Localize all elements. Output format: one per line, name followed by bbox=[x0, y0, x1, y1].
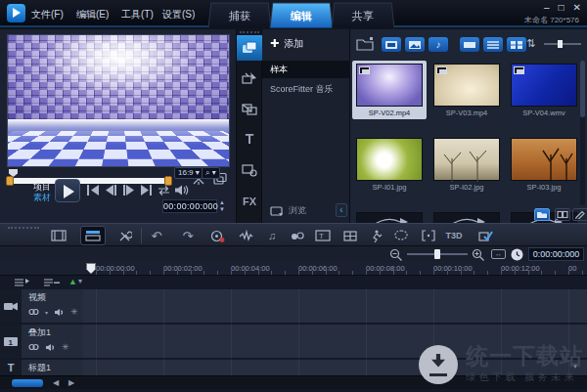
duration-clock-icon[interactable] bbox=[511, 248, 523, 261]
zoom-in-icon[interactable] bbox=[472, 248, 485, 261]
project-title: 未命名 720*576 bbox=[524, 15, 579, 25]
speed-icon[interactable] bbox=[290, 229, 305, 242]
close-button[interactable]: ✕ bbox=[573, 2, 581, 13]
grid-lines-icon[interactable] bbox=[342, 229, 358, 242]
record-capture-icon[interactable] bbox=[209, 229, 225, 242]
timeline-ruler[interactable]: 00:00:00:00 00:00:02:00 00:00:04:00 00:0… bbox=[0, 262, 587, 276]
view-thumbnail-button[interactable] bbox=[507, 37, 526, 52]
ripple-edit-icon[interactable]: ✳ bbox=[70, 307, 78, 317]
thumbnail-size-slider[interactable] bbox=[544, 43, 581, 45]
ripple-dropdown-icon[interactable]: ▾ bbox=[78, 277, 82, 285]
menu-file[interactable]: 文件(F) bbox=[31, 8, 64, 22]
filter-audio-button[interactable]: ♪ bbox=[429, 37, 448, 52]
scroll-right-icon[interactable]: ▶ bbox=[68, 378, 74, 387]
browse-button[interactable]: 浏览 bbox=[270, 204, 306, 217]
play-button[interactable] bbox=[55, 179, 80, 202]
library-item[interactable]: SP-V04.wmv bbox=[507, 61, 581, 119]
ripple-edit-icon[interactable]: ✳ bbox=[62, 342, 69, 352]
view-all-button[interactable] bbox=[460, 37, 479, 52]
track-dropdown-icon[interactable]: ▾ bbox=[45, 309, 48, 316]
library-scrollbar[interactable] bbox=[580, 61, 585, 205]
timeline-zoom-slider[interactable] bbox=[407, 253, 468, 255]
nav-media-icon[interactable] bbox=[237, 35, 262, 61]
category-samples[interactable]: 样本 bbox=[262, 61, 350, 78]
slider-handle[interactable] bbox=[558, 40, 563, 48]
link-icon[interactable] bbox=[28, 343, 39, 351]
previous-frame-icon[interactable] bbox=[104, 184, 118, 196]
sound-mixer-icon[interactable] bbox=[238, 229, 253, 242]
scrollbar-thumb[interactable] bbox=[12, 379, 43, 387]
subtitle-editor-icon[interactable]: T bbox=[315, 229, 331, 242]
lasso-selection-icon[interactable] bbox=[393, 229, 409, 242]
view-list-button[interactable] bbox=[483, 37, 503, 52]
track-manager-icon[interactable] bbox=[14, 278, 31, 287]
preview-zoom-select[interactable]: ⌕ ▾ bbox=[202, 167, 220, 179]
library-item[interactable]: SP-I02.jpg bbox=[429, 135, 504, 194]
slider-handle[interactable] bbox=[434, 249, 440, 259]
import-media-icon[interactable] bbox=[356, 36, 376, 52]
batch-convert-icon[interactable] bbox=[477, 229, 493, 242]
menu-edit[interactable]: 编辑(E) bbox=[76, 8, 109, 22]
timeline-timecode[interactable]: 0:00:00:000 bbox=[528, 247, 584, 261]
add-category-button[interactable]: ✚添加 bbox=[270, 37, 303, 51]
preview-timecode[interactable]: 00:00:00:000 bbox=[162, 199, 217, 213]
undo-button[interactable]: ↶ bbox=[149, 229, 164, 242]
category-scorefitter[interactable]: ScoreFitter 音乐 bbox=[262, 80, 350, 98]
track-layers-icon[interactable] bbox=[43, 278, 61, 287]
storyboard-view-icon[interactable] bbox=[51, 229, 67, 242]
tab-share[interactable]: 共享 bbox=[332, 3, 395, 28]
link-icon[interactable] bbox=[28, 308, 39, 316]
volume-icon[interactable] bbox=[174, 184, 189, 196]
video-track-icon bbox=[3, 301, 19, 312]
nav-instant-project-icon[interactable] bbox=[240, 68, 259, 88]
tab-edit[interactable]: 编辑 bbox=[270, 3, 334, 28]
scrollbar-thumb[interactable] bbox=[580, 61, 585, 117]
nav-filter-icon[interactable]: FX bbox=[240, 192, 259, 211]
track-mute-icon[interactable] bbox=[54, 308, 65, 317]
motion-tracking-icon[interactable] bbox=[368, 229, 384, 242]
mask-creator-icon[interactable] bbox=[421, 229, 436, 242]
timeline-playhead[interactable] bbox=[86, 263, 96, 274]
minimize-button[interactable]: – bbox=[544, 2, 550, 13]
tab-capture[interactable]: 捕获 bbox=[208, 3, 272, 28]
aspect-ratio-select[interactable]: 16:9 ▾ bbox=[174, 167, 203, 179]
library-item[interactable]: SP-I01.jpg bbox=[352, 135, 427, 194]
library-item[interactable]: SP-V02.mp4 bbox=[352, 61, 427, 119]
panel-drag-handle[interactable] bbox=[240, 31, 259, 33]
library-folder-icon[interactable] bbox=[534, 208, 550, 221]
zoom-out-icon[interactable] bbox=[389, 248, 403, 261]
edit-pencil-icon[interactable] bbox=[572, 208, 587, 221]
timeline-view-icon[interactable] bbox=[80, 226, 106, 245]
auto-music-icon[interactable]: ♫ bbox=[264, 229, 280, 242]
next-frame-icon[interactable] bbox=[121, 184, 136, 196]
track-mute-icon[interactable] bbox=[45, 343, 56, 352]
mix-tools-icon[interactable] bbox=[117, 229, 133, 242]
ripple-edit-marker-icon[interactable]: ▲ bbox=[68, 277, 77, 286]
collapse-panel-button[interactable]: ‹ bbox=[336, 203, 347, 217]
trim-start-handle[interactable] bbox=[6, 176, 14, 186]
filter-photos-button[interactable] bbox=[405, 37, 425, 52]
toolbar-drag-handle[interactable] bbox=[8, 227, 39, 229]
nav-graphics-icon[interactable] bbox=[240, 160, 259, 180]
timecode-stepper[interactable]: ▲▼ bbox=[219, 199, 225, 213]
filter-videos-button[interactable] bbox=[382, 37, 401, 52]
scroll-left-icon[interactable]: ◀ bbox=[53, 378, 59, 387]
home-icon[interactable] bbox=[86, 184, 101, 196]
redo-button[interactable]: ↷ bbox=[180, 229, 196, 242]
library-item[interactable]: SP-I03.jpg bbox=[507, 135, 581, 194]
watermark-download-icon bbox=[419, 345, 458, 384]
gallery-view-icon[interactable] bbox=[555, 208, 570, 221]
repeat-icon[interactable] bbox=[157, 184, 171, 196]
mode-clip-toggle[interactable]: 素材 bbox=[22, 193, 51, 203]
sort-icon[interactable]: ⇅ bbox=[526, 37, 535, 50]
nav-transition-icon[interactable] bbox=[240, 100, 259, 119]
3d-title-icon[interactable]: T3D bbox=[446, 229, 462, 242]
menu-settings[interactable]: 设置(S) bbox=[162, 8, 195, 22]
nav-title-icon[interactable]: T bbox=[240, 129, 259, 149]
menu-tools[interactable]: 工具(T) bbox=[121, 8, 154, 22]
library-item[interactable]: SP-V03.mp4 bbox=[429, 61, 504, 119]
fit-timeline-icon[interactable]: ↔ bbox=[491, 249, 506, 259]
mode-project-toggle[interactable]: 项目 bbox=[22, 182, 51, 193]
maximize-button[interactable]: □ bbox=[559, 2, 564, 13]
end-icon[interactable] bbox=[139, 184, 154, 196]
